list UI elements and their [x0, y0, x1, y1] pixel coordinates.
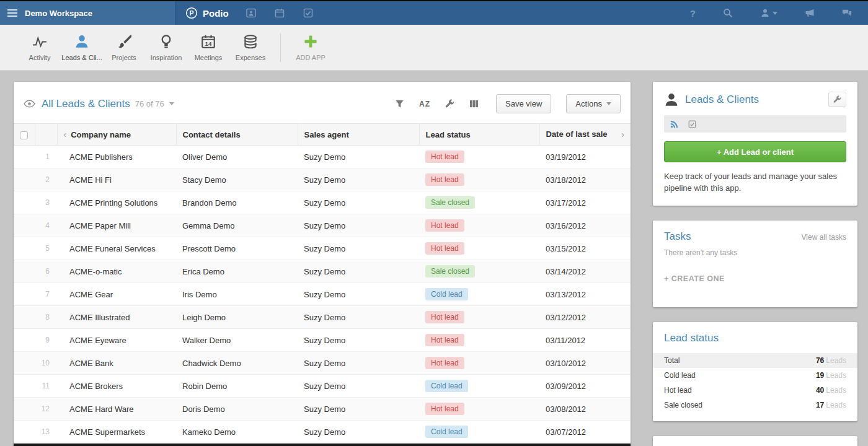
- column-header-company[interactable]: ‹Company name: [57, 124, 176, 146]
- actions-button[interactable]: Actions: [566, 94, 621, 113]
- column-header-date[interactable]: Date of last sale›: [539, 124, 631, 146]
- table-row[interactable]: 13 ACME Supermarkets Kameko Demo Suzy De…: [14, 421, 631, 444]
- right-sidebar: Leads & Clients + Add Lead or client Kee…: [653, 82, 857, 430]
- status-cell: Hot lead: [419, 306, 539, 329]
- row-select-cell[interactable]: [14, 191, 35, 214]
- company-cell[interactable]: ACME Brokers: [57, 375, 176, 398]
- app-tasks-icon[interactable]: [688, 120, 696, 128]
- company-cell[interactable]: ACME Paper Mill: [57, 214, 176, 237]
- filter-icon[interactable]: [395, 99, 404, 108]
- column-header-status[interactable]: Lead status: [419, 124, 539, 146]
- company-cell[interactable]: ACME Gear: [57, 283, 176, 306]
- agent-cell: Suzy Demo: [298, 237, 419, 260]
- app-item-projects[interactable]: Projects: [103, 33, 145, 61]
- row-select-cell[interactable]: [14, 237, 35, 260]
- calendar-icon[interactable]: [275, 8, 285, 18]
- view-title[interactable]: All Leads & Clients: [42, 98, 130, 110]
- status-value: 76Leads: [816, 356, 846, 365]
- app-item-meetings[interactable]: 14 Meetings: [187, 33, 229, 61]
- table-row[interactable]: 7 ACME Gear Iris Demo Suzy Demo Cold lea…: [14, 283, 631, 306]
- company-cell[interactable]: ACME Printing Solutions: [57, 191, 176, 214]
- contacts-icon[interactable]: [246, 8, 256, 18]
- plus-icon: [303, 33, 318, 50]
- table-row[interactable]: 3 ACME Printing Solutions Brandon Demo S…: [14, 191, 631, 214]
- company-cell[interactable]: ACME Publishers: [57, 146, 176, 168]
- table-row[interactable]: 9 ACME Eyeware Walker Demo Suzy Demo Hot…: [14, 329, 631, 352]
- row-select-cell[interactable]: [14, 260, 35, 283]
- company-cell[interactable]: ACME Bank: [57, 352, 176, 375]
- contact-cell: Robin Demo: [176, 375, 298, 398]
- company-cell[interactable]: ACME-o-matic: [57, 260, 176, 283]
- row-select-cell[interactable]: [14, 398, 35, 421]
- podio-logo[interactable]: P Podio: [185, 7, 229, 19]
- lead-status-badge: Cold lead: [425, 380, 468, 392]
- app-item-expenses[interactable]: Expenses: [229, 33, 272, 61]
- help-icon[interactable]: ?: [690, 8, 696, 19]
- company-cell[interactable]: ACME Eyeware: [57, 329, 176, 352]
- add-lead-button[interactable]: + Add Lead or client: [664, 141, 846, 162]
- table-row[interactable]: 12 ACME Hard Ware Doris Demo Suzy Demo H…: [14, 398, 631, 421]
- app-item-activity[interactable]: Activity: [19, 33, 61, 61]
- row-number: 1: [35, 146, 57, 168]
- eye-icon[interactable]: [24, 100, 35, 108]
- lead-status-badge: Hot lead: [425, 334, 464, 346]
- company-cell[interactable]: ACME Supermarkets: [57, 421, 176, 444]
- column-header-contact[interactable]: Contact details: [176, 124, 298, 146]
- row-select-cell[interactable]: [14, 329, 35, 352]
- search-icon[interactable]: [723, 8, 733, 18]
- menu-icon[interactable]: [7, 9, 17, 17]
- leads-list-panel: All Leads & Clients 76 of 76 AZ Save vie…: [14, 82, 631, 446]
- table-row[interactable]: 6 ACME-o-matic Erica Demo Suzy Demo Sale…: [14, 260, 631, 283]
- save-view-button[interactable]: Save view: [496, 94, 551, 113]
- app-label: ADD APP: [296, 54, 326, 61]
- workspace-switcher[interactable]: Demo Workspace: [0, 1, 175, 25]
- announcements-icon[interactable]: [805, 8, 815, 18]
- chat-icon[interactable]: [842, 8, 852, 18]
- table-row[interactable]: 4 ACME Paper Mill Gemma Demo Suzy Demo H…: [14, 214, 631, 237]
- item-count: 76 of 76: [135, 99, 164, 108]
- row-select-cell[interactable]: [14, 306, 35, 329]
- table-row[interactable]: 11 ACME Brokers Robin Demo Suzy Demo Col…: [14, 375, 631, 398]
- row-select-cell[interactable]: [14, 352, 35, 375]
- company-cell[interactable]: ACME Hard Ware: [57, 398, 176, 421]
- scroll-columns-left-icon[interactable]: ‹: [64, 129, 67, 139]
- view-chevron-down-icon[interactable]: [169, 102, 174, 105]
- company-cell[interactable]: ACME Hi Fi: [57, 168, 176, 191]
- row-select-cell[interactable]: [14, 283, 35, 306]
- row-select-cell[interactable]: [14, 375, 35, 398]
- tasks-icon[interactable]: [303, 8, 313, 18]
- table-row[interactable]: 5 ACME Funeral Services Prescott Demo Su…: [14, 237, 631, 260]
- contact-cell: Leigh Demo: [176, 306, 298, 329]
- view-all-tasks-link[interactable]: View all tasks: [802, 233, 846, 242]
- sort-icon[interactable]: AZ: [419, 100, 430, 108]
- follow-rss-icon[interactable]: [670, 120, 678, 128]
- projects-icon: [117, 33, 131, 50]
- row-select-cell[interactable]: [14, 168, 35, 191]
- settings-wrench-icon[interactable]: [445, 99, 454, 108]
- app-item-inspiration[interactable]: Inspiration: [145, 33, 187, 61]
- select-all-checkbox[interactable]: [20, 131, 28, 139]
- podio-logo-icon: P: [185, 7, 198, 19]
- add-app-button[interactable]: ADD APP: [290, 33, 332, 61]
- leads-clients-icon: [74, 33, 89, 50]
- company-cell[interactable]: ACME Funeral Services: [57, 237, 176, 260]
- lead-status-badge: Hot lead: [425, 242, 464, 255]
- create-task-link[interactable]: + CREATE ONE: [664, 274, 725, 283]
- scroll-columns-right-icon[interactable]: ›: [621, 129, 624, 139]
- row-select-cell[interactable]: [14, 421, 35, 444]
- horizontal-scrollbar[interactable]: [14, 444, 631, 446]
- table-layout-icon[interactable]: [469, 99, 479, 108]
- table-row[interactable]: 10 ACME Bank Chadwick Demo Suzy Demo Hot…: [14, 352, 631, 375]
- row-select-cell[interactable]: [14, 214, 35, 237]
- table-row[interactable]: 2 ACME Hi Fi Stacy Demo Suzy Demo Hot le…: [14, 168, 631, 191]
- company-cell[interactable]: ACME Illustrated: [57, 306, 176, 329]
- lead-status-badge: Cold lead: [425, 288, 468, 300]
- app-settings-button[interactable]: [828, 92, 846, 107]
- table-row[interactable]: 8 ACME Illustrated Leigh Demo Suzy Demo …: [14, 306, 631, 329]
- profile-icon[interactable]: [760, 8, 777, 18]
- column-header-agent[interactable]: Sales agent: [298, 124, 419, 146]
- table-row[interactable]: 1 ACME Publishers Oliver Demo Suzy Demo …: [14, 146, 631, 168]
- app-item-leads-clients[interactable]: Leads & Cli...: [61, 33, 103, 61]
- row-select-cell[interactable]: [14, 146, 35, 168]
- lead-status-title: Lead status: [664, 332, 846, 344]
